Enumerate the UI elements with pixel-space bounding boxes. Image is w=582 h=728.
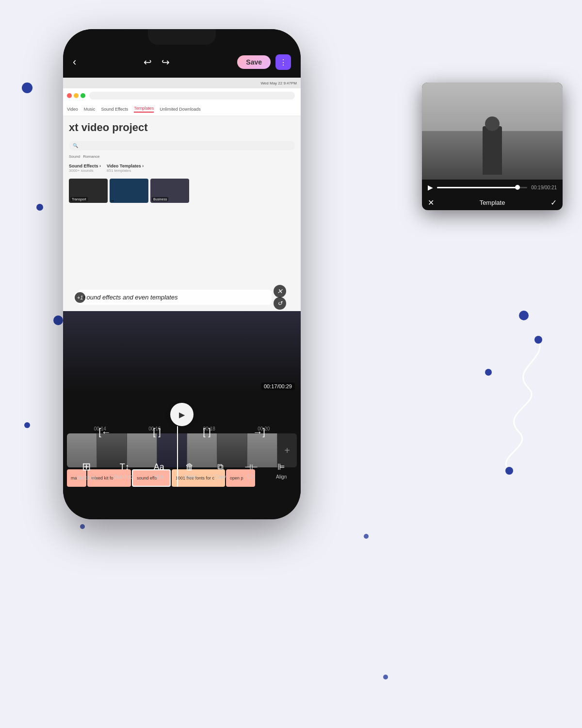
batch-edit-icon: T↕: [120, 462, 129, 472]
nav-video: Video: [67, 107, 78, 112]
dot-7: [364, 534, 369, 539]
screen-nav: Video Music Sound Effects Templates Unli…: [63, 103, 301, 116]
align-label: Align: [276, 474, 287, 480]
dot-9: [519, 311, 529, 320]
preview-time: 00:19/00:21: [531, 185, 557, 190]
tool-copy[interactable]: ⧉ Copy: [215, 462, 226, 480]
tool-delete[interactable]: 🗑 Delete: [182, 462, 196, 480]
top-center-buttons: ↩ ↪: [144, 56, 170, 68]
preview-footer: ✕ Template ✓: [422, 195, 563, 210]
align-icon: ⊫: [277, 462, 285, 472]
tool-align[interactable]: ⊫ Align: [276, 462, 287, 480]
tag-romance: Romance: [83, 154, 99, 159]
preview-title: Template: [480, 199, 505, 206]
nav-unlimited: Unlimited Downloads: [160, 107, 201, 112]
redo-button[interactable]: ↪: [162, 56, 170, 68]
video-timestamp: 00:17/00:29: [261, 382, 295, 390]
cut-label: Cut: [247, 474, 255, 479]
svg-point-1: [505, 467, 513, 475]
phone-device: ‹ ↩ ↪ Save ⋮ Wed May 22 9:47PM: [63, 29, 301, 519]
preview-video: [422, 83, 563, 180]
trim-controls: [← [ ] [ ] →]: [63, 427, 301, 438]
subtitle-refresh-button[interactable]: ↺: [274, 297, 286, 310]
video-bottom-area: [63, 311, 301, 393]
subtitles-label: Subtitles: [77, 475, 96, 480]
dot-1: [22, 83, 32, 93]
video-content: Wed May 22 9:47PM Video Music Sound Effe…: [63, 78, 301, 393]
tool-cut[interactable]: ⊣⊢ Cut: [244, 463, 258, 479]
nav-templates: Templates: [134, 106, 154, 113]
screen-categories: Sound Effects › 3000+ sounds Video Templ…: [63, 161, 301, 176]
delete-label: Delete: [182, 474, 196, 480]
style-icon: Aa: [154, 462, 164, 472]
video-area: Wed May 22 9:47PM Video Music Sound Effe…: [63, 78, 301, 393]
screen-top-bar: Wed May 22 9:47PM: [63, 78, 301, 88]
timeline-playhead: [177, 426, 178, 487]
dot-4: [24, 422, 30, 428]
nav-sound-effects: Sound Effects: [101, 107, 128, 112]
subtitle-plus-badge: +1: [74, 291, 86, 304]
tag-sound: Sound: [69, 154, 80, 159]
curly-decoration: [461, 330, 558, 476]
nav-music: Music: [84, 107, 96, 112]
preview-controls: ▶ 00:19/00:21: [422, 180, 563, 195]
thumb-transport: Transport: [69, 179, 108, 203]
screen-hero-text: xt video project: [63, 116, 301, 139]
dot-8: [383, 675, 388, 679]
trim-start-button[interactable]: [←: [98, 427, 111, 438]
play-button[interactable]: ▶: [170, 403, 194, 426]
play-button-area: ▶: [170, 403, 194, 426]
trim-split-left-button[interactable]: [ ]: [153, 427, 161, 438]
preview-progress-fill: [437, 187, 518, 188]
search-icon: 🔍: [73, 143, 78, 148]
more-options-button[interactable]: ⋮: [275, 54, 291, 70]
thumb-blue: [110, 179, 148, 203]
preview-progress-bar[interactable]: [437, 187, 527, 188]
style-label: Style: [154, 474, 164, 480]
toolbar-dot-green: [81, 93, 85, 98]
preview-close-button[interactable]: ✕: [428, 198, 434, 207]
subtitle-overlay[interactable]: +1 sound effects and even templates ✕ ↺: [78, 290, 272, 305]
preview-progress-dot: [515, 185, 520, 190]
toolbar: ⊞ Subtitles T↕ Batch edit Aa Style 🗑 Del…: [63, 461, 301, 480]
thumb-business: Business: [150, 179, 189, 203]
screen-recording: Wed May 22 9:47PM Video Music Sound Effe…: [63, 78, 301, 314]
copy-label: Copy: [215, 474, 226, 480]
tool-subtitles[interactable]: ⊞ Subtitles: [77, 461, 96, 480]
trim-split-right-button[interactable]: [ ]: [203, 427, 211, 438]
trim-end-button[interactable]: →]: [253, 427, 265, 438]
subtitles-icon: ⊞: [82, 461, 91, 473]
back-button[interactable]: ‹: [73, 56, 76, 68]
toolbar-dot-yellow: [74, 93, 79, 98]
toolbar-url-bar: [89, 92, 295, 99]
save-button[interactable]: Save: [237, 55, 271, 69]
preview-play-button[interactable]: ▶: [428, 183, 433, 191]
subtitle-close-button[interactable]: ✕: [274, 285, 286, 298]
toolbar-dot-red: [67, 93, 72, 98]
batch-edit-label: Batch edit: [114, 474, 135, 480]
preview-card: ▶ 00:19/00:21 ✕ Template ✓: [422, 83, 563, 210]
delete-icon: 🗑: [185, 462, 194, 472]
screen-thumbnails: Transport Business: [63, 176, 301, 206]
dot-2: [36, 204, 43, 211]
undo-button[interactable]: ↩: [144, 56, 152, 68]
phone-body: ‹ ↩ ↪ Save ⋮ Wed May 22 9:47PM: [63, 29, 301, 519]
top-right-buttons: Save ⋮: [237, 54, 291, 70]
cut-icon: ⊣⊢: [244, 463, 258, 472]
screen-search-bar: 🔍: [69, 141, 295, 150]
phone-notch: [148, 29, 216, 45]
category-sound-effects: Sound Effects › 3000+ sounds: [69, 164, 101, 173]
category-video-templates: Video Templates › 851 templates: [107, 164, 144, 173]
screen-tags: Sound Romance: [63, 152, 301, 161]
dot-3: [53, 315, 63, 325]
top-bar: ‹ ↩ ↪ Save ⋮: [63, 49, 301, 76]
subtitle-text: sound effects and even templates: [83, 294, 178, 301]
preview-check-button[interactable]: ✓: [550, 198, 557, 207]
screen-toolbar: [63, 88, 301, 103]
tool-batch-edit[interactable]: T↕ Batch edit: [114, 462, 135, 480]
copy-icon: ⧉: [217, 462, 224, 472]
tool-style[interactable]: Aa Style: [154, 462, 164, 480]
svg-point-0: [534, 336, 542, 344]
dot-5: [80, 524, 85, 529]
phone-screen: ‹ ↩ ↪ Save ⋮ Wed May 22 9:47PM: [63, 29, 301, 519]
